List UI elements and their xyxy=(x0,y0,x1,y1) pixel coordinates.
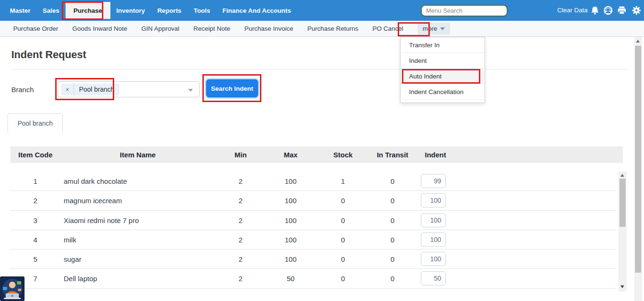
table-scroll-down-icon[interactable] xyxy=(620,285,624,288)
top-nav-bar: Master Sales Purchase Inventory Reports … xyxy=(0,0,644,21)
subnav-item-receipt-note[interactable]: Receipt Note xyxy=(193,25,230,32)
table-row: 7 Dell laptop 2 50 0 0 xyxy=(10,269,616,288)
table-row: 3 Xiaomi redmi note 7 pro 2 100 0 0 xyxy=(10,211,616,230)
cell-min: 2 xyxy=(212,211,269,230)
table-row: 5 sugar 2 100 0 0 xyxy=(10,249,616,269)
cell-stock: 0 xyxy=(315,191,371,210)
indent-quantity-input[interactable] xyxy=(421,174,446,188)
settings-gear-icon[interactable] xyxy=(631,5,642,16)
dropdown-item-auto-indent[interactable]: Auto Indent xyxy=(401,69,484,84)
table-scrollbar-thumb[interactable] xyxy=(619,179,626,227)
topnav-item-inventory[interactable]: Inventory xyxy=(110,0,151,21)
col-header-indent: Indent xyxy=(407,146,464,163)
chip-remove-icon[interactable]: × xyxy=(61,84,74,95)
col-header-item-code: Item Code xyxy=(10,146,60,163)
subnav-item-po-cancel[interactable]: PO Cancel xyxy=(373,25,403,32)
subnav-item-purchase-invoice[interactable]: Purchase Invoice xyxy=(244,25,293,32)
support-agent-icon[interactable] xyxy=(603,5,613,16)
topnav-item-tools[interactable]: Tools xyxy=(187,0,216,21)
cell-stock: 0 xyxy=(315,269,371,288)
cell-stock: 0 xyxy=(315,230,371,249)
page-scrollbar[interactable] xyxy=(634,37,642,301)
subnav-item-gin-approval[interactable]: GIN Approval xyxy=(142,25,179,32)
cell-min: 2 xyxy=(212,230,269,249)
subnav-item-purchase-order[interactable]: Purchase Order xyxy=(13,25,58,32)
cell-max: 50 xyxy=(262,269,319,288)
table-body: 1 amul dark chocolate 2 100 1 0 2 magnum… xyxy=(10,172,616,289)
cell-item-code: 1 xyxy=(10,172,60,191)
indent-quantity-input[interactable] xyxy=(421,271,446,285)
indent-quantity-input[interactable] xyxy=(421,193,446,207)
branch-chip: × Pool branch xyxy=(61,84,119,95)
cell-max: 100 xyxy=(262,172,319,191)
cell-in-transit: 0 xyxy=(364,172,421,191)
cell-item-code: 5 xyxy=(10,249,60,269)
topnav-item-finance-and-accounts[interactable]: Finance And Accounts xyxy=(216,0,297,21)
topnav-item-master[interactable]: Master xyxy=(4,0,37,21)
cell-item-code: 4 xyxy=(10,230,60,249)
cell-stock: 0 xyxy=(315,249,371,269)
col-header-min: Min xyxy=(212,146,269,163)
cell-min: 2 xyxy=(212,172,269,191)
select-caret-icon xyxy=(188,89,193,92)
title-divider xyxy=(10,69,628,69)
menu-search-input[interactable] xyxy=(421,5,508,17)
notification-bell-icon[interactable] xyxy=(590,5,600,16)
tab-pool-branch[interactable]: Pool branch xyxy=(8,113,63,133)
purchase-sub-nav: Purchase Order Goods Inward Note GIN App… xyxy=(0,21,644,37)
cell-max: 100 xyxy=(262,249,319,269)
support-chat-avatar[interactable] xyxy=(0,276,25,301)
more-label: more xyxy=(423,25,437,32)
table-scrollbar[interactable] xyxy=(619,172,627,292)
table-row: 2 magnum icecream 2 100 0 0 xyxy=(10,191,616,210)
printer-icon[interactable] xyxy=(617,5,627,16)
branch-select[interactable]: × Pool branch xyxy=(58,81,200,97)
cell-item-code: 2 xyxy=(10,191,60,210)
more-dropdown-menu: Transfer In Indent Auto Indent Indent Ca… xyxy=(400,37,485,103)
topnav-item-reports[interactable]: Reports xyxy=(151,0,187,21)
page-title: Indent Request xyxy=(11,49,86,61)
cell-in-transit: 0 xyxy=(364,249,421,269)
clear-data-button[interactable]: Clear Data xyxy=(557,7,588,14)
indent-quantity-input[interactable] xyxy=(421,213,446,227)
cell-min: 2 xyxy=(212,249,269,269)
chip-label: Pool branch xyxy=(74,86,120,93)
indent-quantity-input[interactable] xyxy=(421,232,446,247)
dropdown-item-indent-cancellation[interactable]: Indent Cancellation xyxy=(401,84,484,100)
col-header-item-name: Item Name xyxy=(67,146,209,163)
dropdown-item-indent[interactable]: Indent xyxy=(401,53,484,69)
cell-stock: 0 xyxy=(315,211,371,230)
cell-in-transit: 0 xyxy=(364,269,421,288)
indent-quantity-input[interactable] xyxy=(421,252,446,266)
cell-min: 2 xyxy=(212,269,269,288)
cell-item-name: Dell laptop xyxy=(64,269,205,288)
subnav-item-goods-inward-note[interactable]: Goods Inward Note xyxy=(72,25,127,32)
subnav-item-purchase-returns[interactable]: Purchase Returns xyxy=(308,25,359,32)
cell-max: 100 xyxy=(262,230,319,249)
table-scroll-up-icon[interactable] xyxy=(620,174,624,177)
cell-max: 100 xyxy=(262,211,319,230)
cell-stock: 1 xyxy=(315,172,371,191)
cell-min: 2 xyxy=(212,191,269,210)
cell-max: 100 xyxy=(262,191,319,210)
subnav-more-button[interactable]: more xyxy=(418,23,450,34)
cell-item-name: milk xyxy=(64,230,205,249)
cell-item-name: sugar xyxy=(64,249,205,269)
cell-item-name: magnum icecream xyxy=(64,191,205,210)
topnav-item-purchase[interactable]: Purchase xyxy=(66,2,110,19)
page-scrollbar-thumb[interactable] xyxy=(635,46,641,273)
cell-item-code: 3 xyxy=(10,211,60,230)
table-header: Item Code Item Name Min Max Stock In Tra… xyxy=(10,146,623,163)
cell-in-transit: 0 xyxy=(364,230,421,249)
cell-item-name: Xiaomi redmi note 7 pro xyxy=(64,211,205,230)
cell-in-transit: 0 xyxy=(364,211,421,230)
col-header-stock: Stock xyxy=(315,146,371,163)
branch-label: Branch xyxy=(11,86,34,94)
cell-item-name: amul dark chocolate xyxy=(64,172,205,191)
col-header-max: Max xyxy=(262,146,319,163)
dropdown-item-transfer-in[interactable]: Transfer In xyxy=(401,37,484,53)
search-indent-button[interactable]: Search Indent xyxy=(206,79,258,97)
topnav-item-sales[interactable]: Sales xyxy=(37,0,66,21)
chevron-down-icon xyxy=(440,27,445,30)
scroll-up-icon[interactable] xyxy=(636,40,640,43)
